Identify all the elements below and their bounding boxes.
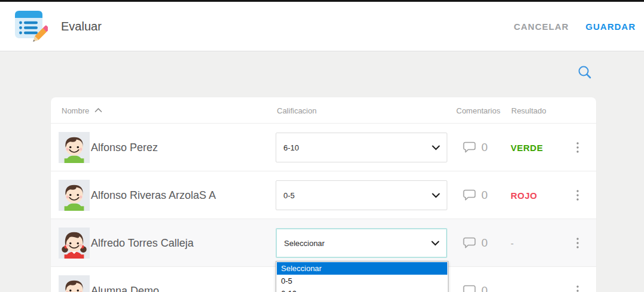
table-row: Alfredo Torres Calleja Seleccionar 0 - — [51, 219, 596, 267]
select-value: Seleccionar — [284, 239, 325, 248]
select-value: 6-10 — [283, 143, 299, 152]
chevron-down-icon — [432, 145, 440, 150]
evaluate-list-pencil-icon — [13, 9, 48, 44]
column-header-calificacion: Calificacion — [277, 106, 316, 115]
chevron-down-icon — [432, 193, 440, 198]
sort-ascending-icon — [94, 108, 102, 113]
row-menu-button[interactable] — [572, 237, 583, 249]
dropdown-option-6-10[interactable]: 6-10 — [277, 287, 447, 292]
comments-count: 0 — [481, 189, 488, 202]
select-value: 0-5 — [283, 191, 295, 200]
row-menu-button[interactable] — [572, 189, 583, 201]
dropdown-option-seleccionar[interactable]: Seleccionar — [277, 262, 447, 275]
student-avatar-boy — [59, 275, 90, 292]
calificacion-select[interactable]: 0-5 — [276, 180, 447, 210]
comments-count: 0 — [481, 284, 488, 292]
dropdown-option-0-5[interactable]: 0-5 — [277, 275, 447, 287]
column-header-resultado: Resultado — [511, 106, 547, 115]
page-title: Evaluar — [61, 20, 102, 33]
chevron-down-icon — [431, 241, 439, 246]
resultado-value: VERDE — [511, 142, 543, 152]
comments-count: 0 — [481, 141, 488, 154]
column-header-nombre[interactable]: Nombre — [62, 106, 102, 115]
resultado-value: - — [511, 238, 514, 248]
student-name: Alfonso Riveras ArzolaS A — [91, 189, 216, 201]
comments-icon[interactable] — [462, 141, 477, 154]
student-avatar-boy — [59, 180, 90, 211]
table-row: Alfonso Perez 6-10 0 VERDE — [51, 124, 596, 171]
table-row: Alfonso Riveras ArzolaS A 0-5 0 ROJO — [51, 171, 596, 219]
cancel-button[interactable]: CANCELAR — [514, 21, 569, 32]
student-avatar-girl — [59, 228, 90, 259]
comments-icon[interactable] — [462, 189, 477, 202]
comments-count: 0 — [481, 236, 488, 250]
comments-icon[interactable] — [462, 284, 477, 292]
evaluation-screen: Evaluar CANCELAR GUARDAR Nombre Califica… — [0, 0, 644, 292]
calificacion-select[interactable]: 6-10 — [276, 133, 447, 162]
header-actions: CANCELAR GUARDAR — [514, 21, 636, 32]
calificacion-dropdown-list: Seleccionar 0-5 6-10 — [276, 261, 448, 292]
app-header: Evaluar CANCELAR GUARDAR — [0, 2, 644, 51]
column-nombre-label: Nombre — [62, 106, 89, 115]
resultado-value: ROJO — [511, 190, 538, 200]
save-button[interactable]: GUARDAR — [585, 21, 636, 32]
search-icon[interactable] — [576, 64, 593, 81]
student-avatar-boy — [59, 132, 90, 163]
student-name: Alumna Demo — [91, 284, 159, 292]
row-menu-button[interactable] — [572, 285, 583, 292]
comments-icon[interactable] — [462, 236, 477, 250]
calificacion-select-open[interactable]: Seleccionar — [276, 228, 447, 258]
row-menu-button[interactable] — [572, 142, 583, 153]
column-header-comentarios: Comentarios — [456, 106, 500, 115]
table-header-row: Nombre Calificacion Comentarios Resultad… — [51, 97, 596, 124]
student-name: Alfredo Torres Calleja — [91, 236, 194, 249]
student-name: Alfonso Perez — [91, 141, 158, 153]
